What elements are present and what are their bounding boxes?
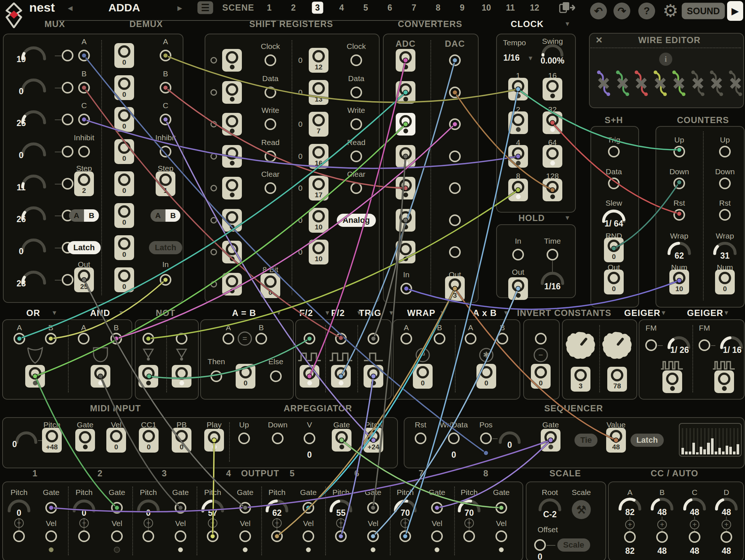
geiger1-fm-port[interactable] <box>645 339 657 351</box>
demux-ab-b[interactable]: B <box>166 209 180 222</box>
mux-inhibit-port[interactable] <box>78 146 90 157</box>
shiftL-socket-2[interactable] <box>222 81 242 104</box>
play-button[interactable]: ▶ <box>727 1 743 21</box>
scene-8[interactable]: 8 <box>433 2 444 14</box>
wire-slot-1[interactable] <box>595 69 612 98</box>
arp-down-port[interactable] <box>272 433 284 444</box>
counter2-down-port[interactable] <box>719 178 731 189</box>
scene-10[interactable]: 10 <box>478 2 494 14</box>
f2b-out-socket[interactable] <box>331 365 351 388</box>
mux-input-port-3[interactable] <box>62 114 73 125</box>
scene-11[interactable]: 11 <box>503 2 518 14</box>
menu-icon[interactable]: ☰ <box>197 1 213 14</box>
shift-analog-button[interactable]: Analog <box>337 214 376 227</box>
adc-socket-3[interactable] <box>396 113 415 136</box>
cc-d-port[interactable] <box>721 531 732 543</box>
shiftL-socket-3[interactable] <box>222 113 242 136</box>
wire-editor-close-icon[interactable]: ✕ <box>595 35 603 45</box>
demux-ab-toggle[interactable]: AB <box>151 209 180 222</box>
dac-out-socket[interactable]: 3 <box>445 276 465 301</box>
demux-b-port[interactable] <box>160 82 171 94</box>
ch3-pitch-cv-port[interactable] <box>142 530 154 542</box>
scene-4[interactable]: 4 <box>336 2 347 14</box>
trig-dropdown-icon[interactable]: ▼ <box>388 309 395 317</box>
seq-value-socket[interactable]: 48 <box>606 428 626 453</box>
dac-port-5[interactable] <box>449 182 461 194</box>
aeb-b-port[interactable] <box>255 333 267 344</box>
demux-slot-socket-8[interactable]: 0 <box>114 267 134 292</box>
wire-slot-4[interactable] <box>652 69 669 98</box>
geiger2-fm-port[interactable] <box>699 339 710 351</box>
ch6-gate-port[interactable] <box>367 502 379 514</box>
settings-gear-icon[interactable]: ⚙ <box>662 0 678 21</box>
scene-3[interactable]: 3 <box>312 2 323 14</box>
ch3-vel-port[interactable] <box>175 530 186 542</box>
wire-slot-5[interactable] <box>670 69 687 98</box>
scene-1[interactable]: 1 <box>264 2 275 14</box>
ch6-pitch-cv-port[interactable] <box>335 530 347 542</box>
seq-step-display[interactable] <box>679 423 742 457</box>
sh-data-port[interactable] <box>608 178 620 189</box>
ch8-vel-port[interactable] <box>495 530 507 542</box>
demux-latch-button[interactable]: Latch <box>149 241 182 254</box>
wrap-a-port[interactable] <box>400 333 412 344</box>
ch4-vel-port[interactable] <box>239 530 251 542</box>
mux-ab-b[interactable]: B <box>84 209 99 222</box>
ch2-gate-port[interactable] <box>111 502 123 514</box>
dac-port-3[interactable] <box>449 118 461 130</box>
mux-input-port-1[interactable] <box>62 50 73 61</box>
ch5-vel-port[interactable] <box>303 530 314 542</box>
demux-slot-socket-2[interactable]: 0 <box>114 75 134 100</box>
undo-icon[interactable]: ↶ <box>590 3 607 19</box>
hold-dropdown-icon[interactable]: ▼ <box>565 214 571 222</box>
help-icon[interactable]: ? <box>638 3 655 19</box>
not1-out-socket[interactable] <box>138 365 158 388</box>
scene-9[interactable]: 9 <box>457 2 468 14</box>
clock-div-128-socket[interactable] <box>543 179 562 201</box>
scale-offset-port[interactable] <box>534 539 546 551</box>
aeb-dropdown-icon[interactable]: ▼ <box>276 309 282 317</box>
ch5-pitch-cv-port[interactable] <box>271 530 283 542</box>
demux-ab-a[interactable]: A <box>151 209 166 222</box>
adc-in-port[interactable] <box>400 283 412 294</box>
f2b-in-port[interactable] <box>335 333 347 344</box>
clock-div-4-socket[interactable] <box>508 145 528 168</box>
copy-scene-icon[interactable] <box>559 1 575 14</box>
axb-b-port[interactable] <box>497 333 508 344</box>
scale-tools-icon[interactable]: ⚒ <box>572 500 591 519</box>
mux-input-port-4[interactable] <box>62 146 73 157</box>
ch2-vel-port[interactable] <box>111 530 123 542</box>
midi-pitch-socket[interactable]: +48 <box>42 428 62 453</box>
shiftL-write-port[interactable] <box>265 118 276 130</box>
dac-port-6[interactable] <box>449 214 461 226</box>
arp-pitch-socket[interactable]: +24 <box>364 428 383 453</box>
or-dropdown-icon[interactable]: ▼ <box>52 309 58 317</box>
not1-in-port[interactable] <box>142 333 154 344</box>
dac-port-4[interactable] <box>449 151 461 162</box>
midi-cc1-socket[interactable]: 0 <box>139 428 159 453</box>
axb-out-socket[interactable]: 0 <box>476 364 496 389</box>
seq-wrdata-port[interactable] <box>448 433 460 444</box>
ch7-vel-port[interactable] <box>431 530 443 542</box>
mux-c-port[interactable] <box>78 114 90 125</box>
mux-knob-4[interactable] <box>21 141 46 157</box>
mux-step-socket[interactable]: 2 <box>74 171 94 196</box>
ch5-gate-port[interactable] <box>303 502 314 514</box>
ch8-gate-port[interactable] <box>495 502 507 514</box>
not2-out-socket[interactable] <box>172 365 191 388</box>
trig-out-socket[interactable] <box>364 365 383 388</box>
demux-slot-socket-3[interactable]: 0 <box>114 107 134 132</box>
midi-play-socket[interactable] <box>204 429 224 452</box>
invert-in-port[interactable] <box>535 333 547 344</box>
prev-patch-icon[interactable]: ◀ <box>68 4 72 12</box>
demux-slot-socket-4[interactable]: 0 <box>114 139 134 164</box>
sh-rnd-socket[interactable]: 0 <box>604 237 624 262</box>
ch3-gate-port[interactable] <box>175 502 186 514</box>
adc-socket-7[interactable] <box>396 241 415 263</box>
shiftL-mini-port-3[interactable] <box>210 121 217 127</box>
scene-7[interactable]: 7 <box>408 2 420 14</box>
sound-button[interactable]: SOUND <box>682 3 725 19</box>
aeb-out-socket[interactable]: 0 <box>236 364 255 389</box>
constant-out-socket-2[interactable]: 78 <box>607 367 627 392</box>
midi-knob[interactable] <box>15 430 38 445</box>
